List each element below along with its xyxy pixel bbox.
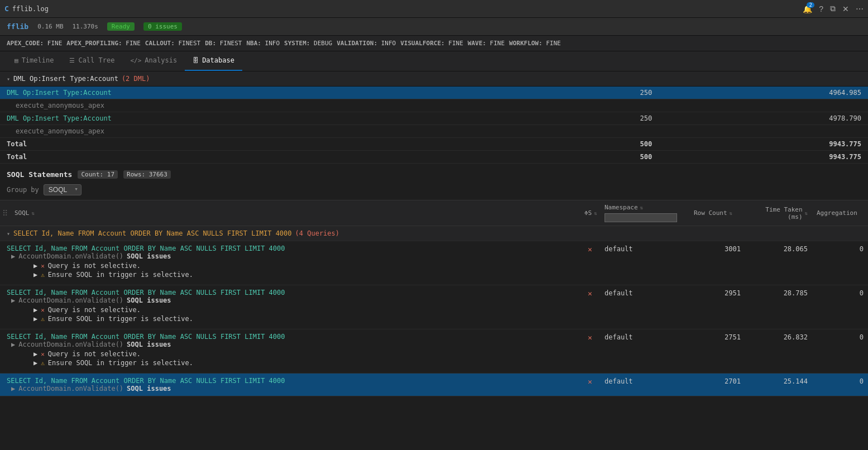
dml-total-label: Total bbox=[0, 138, 542, 151]
col-sel-label: ≑S bbox=[584, 209, 592, 217]
col-header-rowcount[interactable]: Row Count ⇅ bbox=[689, 206, 745, 220]
col-header-sel[interactable]: ≑S ⇅ bbox=[580, 206, 600, 220]
notification-count: 2 bbox=[807, 2, 814, 8]
dml-total2-col2: 500 bbox=[542, 151, 659, 164]
group-by-row: Group by SOQL bbox=[0, 182, 868, 200]
soql-agg-2: 0 bbox=[812, 288, 868, 299]
help-button[interactable]: ? bbox=[819, 4, 823, 13]
dml-row-col2 bbox=[542, 99, 659, 112]
table-row[interactable]: Total 500 9943.775 bbox=[0, 138, 868, 151]
soql-ns-1: default bbox=[600, 243, 689, 255]
dml-total2-col3: 9943.775 bbox=[659, 151, 868, 164]
dml-row-col3 bbox=[659, 99, 868, 112]
soql-stmt-3: SELECT Id, Name FROM Account ORDER BY Na… bbox=[7, 333, 573, 341]
loglevel-visualforce: VISUALFORCE: FINE bbox=[400, 40, 463, 47]
database-icon: 🗄 bbox=[193, 57, 199, 64]
calltree-icon: ☰ bbox=[69, 57, 75, 64]
loglevel-validation: VALIDATION: INFO bbox=[337, 40, 396, 47]
soql-sub-label-1: AccountDomain.onValidate() bbox=[18, 252, 123, 260]
table-row[interactable]: DML Op:Insert Type:Account 250 4978.790 bbox=[0, 112, 868, 125]
soql-query-row-2[interactable]: SELECT Id, Name FROM Account ORDER BY Na… bbox=[0, 285, 868, 329]
dml-section-title: DML Op:Insert Type:Account bbox=[13, 75, 118, 83]
soql-query-row-4[interactable]: SELECT Id, Name FROM Account ORDER BY Na… bbox=[0, 374, 868, 396]
soql-title: SOQL Statements bbox=[7, 170, 72, 179]
sort-icon-soql: ⇅ bbox=[32, 210, 35, 216]
soql-stmt-4: SELECT Id, Name FROM Account ORDER BY Na… bbox=[7, 377, 573, 385]
soql-ns-3: default bbox=[600, 332, 689, 343]
close-button[interactable]: ✕ bbox=[842, 4, 849, 13]
soql-agg-3: 0 bbox=[812, 332, 868, 343]
soql-query-row-3[interactable]: SELECT Id, Name FROM Account ORDER BY Na… bbox=[0, 329, 868, 374]
group-by-select[interactable]: SOQL bbox=[44, 184, 81, 195]
soql-group-badge: (4 Queries) bbox=[295, 229, 339, 237]
sort-icon-rowcount: ⇅ bbox=[730, 210, 732, 216]
soql-issues-label-1: SOQL issues bbox=[127, 252, 171, 260]
issue-text-2: Ensure SOQL in trigger is selective. bbox=[48, 359, 193, 367]
tab-database[interactable]: 🗄 Database bbox=[185, 51, 242, 71]
dml-section-header[interactable]: ▾ DML Op:Insert Type:Account (2 DML) bbox=[0, 71, 868, 87]
tab-calltree[interactable]: ☰ Call Tree bbox=[61, 51, 122, 71]
soql-drag-handle[interactable]: ⠿ bbox=[0, 209, 10, 218]
soql-issues-label-4: SOQL issues bbox=[127, 385, 171, 392]
tab-timeline-label: Timeline bbox=[22, 56, 54, 64]
soql-issue-item: ▶ ✕ Query is not selective. bbox=[27, 261, 573, 270]
soql-issue-item: ▶ ✕ Query is not selective. bbox=[27, 305, 573, 314]
col-header-namespace[interactable]: Namespace ⇅ bbox=[600, 200, 689, 226]
namespace-filter-input[interactable] bbox=[605, 213, 677, 222]
issue-text-1: Query is not selective. bbox=[48, 262, 141, 270]
soql-stmt-2: SELECT Id, Name FROM Account ORDER BY Na… bbox=[7, 289, 573, 296]
warn-icon: ⚠ bbox=[41, 360, 45, 367]
col-rowcount-label: Row Count bbox=[694, 209, 727, 217]
soql-query-row-1[interactable]: SELECT Id, Name FROM Account ORDER BY Na… bbox=[0, 241, 868, 285]
tab-analysis[interactable]: </> Analysis bbox=[122, 51, 185, 71]
analysis-icon: </> bbox=[130, 57, 141, 64]
sel-x-icon-4: ✕ bbox=[588, 377, 592, 386]
col-header-soql[interactable]: SOQL ⇅ bbox=[10, 206, 580, 220]
soql-rowcount-1: 3001 bbox=[689, 243, 745, 255]
col-header-timetaken[interactable]: Time Taken (ms) ⇅ bbox=[745, 203, 812, 224]
dml-chevron-icon: ▾ bbox=[7, 76, 10, 82]
more-button[interactable]: ⋯ bbox=[856, 4, 864, 13]
soql-agg-1: 0 bbox=[812, 243, 868, 255]
tab-timeline[interactable]: ▤ Timeline bbox=[7, 51, 61, 71]
tab-analysis-label: Analysis bbox=[145, 56, 177, 64]
soql-rowcount-2: 2951 bbox=[689, 288, 745, 299]
soql-group-chevron-icon: ▾ bbox=[7, 231, 10, 237]
soql-rowcount-4: 2701 bbox=[689, 376, 745, 387]
col-ns-label: Namespace bbox=[605, 204, 638, 211]
error-icon: ✕ bbox=[41, 262, 45, 270]
soql-time-3: 26.832 bbox=[745, 332, 812, 343]
soql-group-row[interactable]: ▾ SELECT Id, Name FROM Account ORDER BY … bbox=[0, 226, 868, 241]
table-row[interactable]: execute_anonymous_apex bbox=[0, 99, 868, 112]
col-agg-label: Aggregation bbox=[817, 209, 857, 217]
table-row[interactable]: DML Op:Insert Type:Account 250 4964.985 bbox=[0, 87, 868, 99]
group-by-label: Group by bbox=[7, 186, 39, 194]
sel-x-icon-3: ✕ bbox=[588, 333, 592, 342]
table-row[interactable]: Total 500 9943.775 bbox=[0, 151, 868, 164]
soql-sub-label-2: AccountDomain.onValidate() bbox=[18, 296, 123, 304]
sel-x-icon-2: ✕ bbox=[588, 289, 592, 298]
ready-badge: Ready bbox=[107, 22, 135, 31]
log-level-bar: APEX_CODE: FINE APEX_PROFILING: FINE CAL… bbox=[0, 36, 868, 51]
soql-issues-block-2: ▶ ✕ Query is not selective. ▶ ⚠ Ensure S… bbox=[27, 304, 573, 325]
soql-ns-2: default bbox=[600, 288, 689, 299]
dml-total-col2: 500 bbox=[542, 138, 659, 151]
issue-text-2: Ensure SOQL in trigger is selective. bbox=[48, 315, 193, 323]
soql-rows-badge: Rows: 37663 bbox=[123, 170, 171, 179]
dml-row-col2: 250 bbox=[542, 112, 659, 125]
dml-section-badge: (2 DML) bbox=[122, 75, 150, 83]
soql-issues-label-2: SOQL issues bbox=[127, 296, 171, 304]
tab-database-label: Database bbox=[202, 56, 234, 64]
soql-issue-item: ▶ ✕ Query is not selective. bbox=[27, 350, 573, 358]
soql-sub-label-4: AccountDomain.onValidate() bbox=[18, 385, 123, 392]
col-header-aggregation[interactable]: Aggregation bbox=[812, 206, 868, 220]
loglevel-apex-code: APEX_CODE: FINE bbox=[7, 40, 62, 47]
table-row[interactable]: execute_anonymous_apex bbox=[0, 125, 868, 138]
loglevel-nba: NBA: INFO bbox=[246, 40, 280, 47]
tab-calltree-label: Call Tree bbox=[78, 56, 114, 64]
restore-button[interactable]: ⧉ bbox=[830, 4, 836, 13]
dml-row-col3 bbox=[659, 125, 868, 138]
soql-issue-item: ▶ ⚠ Ensure SOQL in trigger is selective. bbox=[27, 314, 573, 323]
soql-issues-block-1: ▶ ✕ Query is not selective. ▶ ⚠ Ensure S… bbox=[27, 260, 573, 281]
group-by-select-wrapper[interactable]: SOQL bbox=[44, 184, 81, 195]
